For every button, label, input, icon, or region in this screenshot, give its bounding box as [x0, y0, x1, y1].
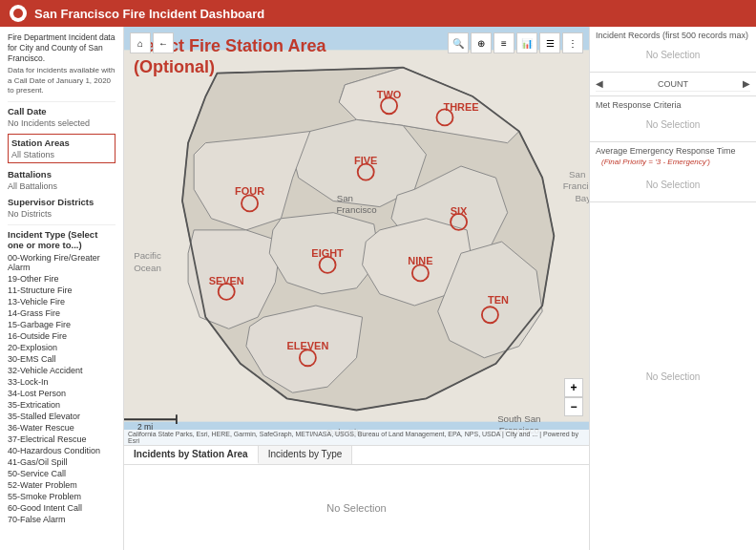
- incident-type-item[interactable]: 30-EMS Call: [8, 353, 116, 365]
- incident-type-item[interactable]: 00-Working Fire/Greater Alarm: [8, 252, 116, 273]
- incident-type-item[interactable]: 36-Water Rescue: [8, 422, 116, 434]
- avg-response-subtitle: (Final Priority = '3 - Emergency'): [596, 158, 750, 168]
- bottom-tabs: Incidents by Station Area Incidents by T…: [124, 446, 589, 465]
- incident-type-item[interactable]: 50-Service Call: [8, 468, 116, 479]
- map-chart-btn[interactable]: 📊: [516, 32, 537, 53]
- sidebar-info-sub: Data for incidents available with a Call…: [8, 66, 116, 95]
- incident-type-item[interactable]: 13-Vehicle Fire: [8, 296, 116, 307]
- svg-text:TWO: TWO: [377, 89, 402, 100]
- tab-incidents-type[interactable]: Incidents by Type: [259, 446, 353, 464]
- station-areas-section[interactable]: Station Areas All Stations: [8, 134, 116, 163]
- battalions-section: Battalions All Battalions: [8, 169, 116, 191]
- incident-type-item[interactable]: 60-Good Intent Call: [8, 502, 116, 514]
- incident-type-item[interactable]: 70-False Alarm: [8, 514, 116, 525]
- supervisor-districts-value: No Districts: [8, 209, 116, 219]
- logo-inner: [13, 9, 23, 18]
- incident-type-item[interactable]: 20-Explosion: [8, 342, 116, 353]
- divider1: [8, 101, 116, 102]
- map-legend-btn[interactable]: ☰: [539, 32, 560, 53]
- right-bottom-section: No Selection: [590, 202, 756, 550]
- supervisor-districts-section: Supervisor Districts No Districts: [8, 197, 116, 219]
- incident-types-list: 00-Working Fire/Greater Alarm19-Other Fi…: [8, 252, 116, 525]
- incident-type-label: Incident Type (Select one or more to...): [8, 229, 116, 250]
- app-logo: [10, 5, 27, 22]
- incident-type-item[interactable]: 11-Structure Fire: [8, 285, 116, 296]
- met-response-section: Met Response Criteria No Selection: [590, 96, 756, 142]
- sidebar: Fire Department Incident data for City a…: [0, 27, 124, 550]
- call-date-label: Call Date: [8, 106, 116, 116]
- incident-type-item[interactable]: 41-Gas/Oil Spill: [8, 456, 116, 468]
- met-response-title: Met Response Criteria: [596, 100, 750, 110]
- incident-type-section: Incident Type (Select one or more to...)…: [8, 229, 116, 525]
- incident-type-item[interactable]: 16-Outside Fire: [8, 330, 116, 342]
- svg-text:San: San: [337, 193, 353, 203]
- svg-text:Ocean: Ocean: [134, 263, 161, 273]
- incident-type-item[interactable]: 35-Stalled Elevator: [8, 411, 116, 422]
- incident-type-item[interactable]: 52-Water Problem: [8, 479, 116, 491]
- incident-type-item[interactable]: 37-Electrical Rescue: [8, 434, 116, 445]
- map-back-btn[interactable]: ←: [153, 32, 174, 53]
- avg-response-no-selection: No Selection: [596, 172, 750, 198]
- incident-type-item[interactable]: 19-Other Fire: [8, 273, 116, 285]
- incident-type-item[interactable]: 15-Garbage Fire: [8, 319, 116, 330]
- map-svg: TWO THREE FOUR FIVE SIX SEVEN EIGHT NINE…: [124, 27, 589, 445]
- records-title: Incident Records (first 500 records max): [596, 31, 750, 40]
- app-header: San Francisco Fire Incident Dashboard: [0, 0, 756, 27]
- map-attribution: California State Parks, Esri, HERE, Garm…: [124, 430, 589, 445]
- svg-text:TEN: TEN: [488, 294, 509, 306]
- battalions-value: All Battalions: [8, 181, 116, 191]
- map-menu-btn[interactable]: ⋮: [562, 32, 583, 53]
- map-toolbar-top: ⌂ ←: [130, 32, 174, 53]
- map-zoom-in[interactable]: +: [564, 378, 583, 397]
- sidebar-info-text: Fire Department Incident data for City a…: [8, 32, 116, 64]
- map-toolbar-right: 🔍 ⊕ ≡ 📊 ☰ ⋮: [448, 32, 583, 53]
- map-reset-btn[interactable]: ⊕: [471, 32, 492, 53]
- station-areas-label: Station Areas: [11, 138, 112, 148]
- battalions-label: Battalions: [8, 169, 116, 180]
- main-layout: Fire Department Incident data for City a…: [0, 27, 756, 550]
- svg-text:San: San: [569, 169, 585, 180]
- call-date-value: No Incidents selected: [8, 118, 116, 128]
- avg-response-title: Average Emergency Response Time: [596, 146, 750, 156]
- incident-type-item[interactable]: 35-Extrication: [8, 399, 116, 411]
- sidebar-info: Fire Department Incident data for City a…: [8, 32, 116, 95]
- count-label: COUNT: [658, 79, 688, 89]
- svg-text:Bay: Bay: [575, 193, 589, 203]
- records-no-selection: No Selection: [596, 42, 750, 68]
- count-next-arrow[interactable]: ▶: [743, 78, 750, 89]
- svg-text:South San: South San: [497, 413, 540, 424]
- incident-type-item[interactable]: 14-Grass Fire: [8, 307, 116, 319]
- supervisor-districts-label: Supervisor Districts: [8, 197, 116, 207]
- incident-type-item[interactable]: 55-Smoke Problem: [8, 491, 116, 502]
- records-section: Incident Records (first 500 records max)…: [590, 27, 756, 73]
- count-section: ◀ COUNT ▶: [590, 73, 756, 96]
- map-home-btn[interactable]: ⌂: [130, 32, 151, 53]
- svg-text:SEVEN: SEVEN: [209, 275, 244, 286]
- incident-type-item[interactable]: 40-Hazardous Condition: [8, 445, 116, 456]
- call-date-section: Call Date No Incidents selected: [8, 106, 116, 128]
- tab-incidents-station[interactable]: Incidents by Station Area: [124, 446, 259, 464]
- map-table-btn[interactable]: ≡: [494, 32, 514, 53]
- right-bottom-no-selection: No Selection: [646, 371, 701, 382]
- svg-text:Pacific: Pacific: [134, 250, 161, 261]
- incident-type-item[interactable]: 33-Lock-In: [8, 376, 116, 388]
- right-panel: Incident Records (first 500 records max)…: [589, 27, 756, 550]
- app-title: San Francisco Fire Incident Dashboard: [34, 7, 264, 21]
- station-areas-value: All Stations: [11, 150, 112, 159]
- count-prev-arrow[interactable]: ◀: [596, 78, 603, 89]
- svg-text:Francisco: Francisco: [336, 204, 376, 215]
- svg-text:Francisco: Francisco: [563, 180, 589, 191]
- divider2: [8, 224, 116, 225]
- incident-type-item[interactable]: 32-Vehicle Accident: [8, 365, 116, 376]
- count-bar: ◀ COUNT ▶: [596, 76, 750, 92]
- map-container[interactable]: TWO THREE FOUR FIVE SIX SEVEN EIGHT NINE…: [124, 27, 589, 445]
- met-response-no-selection: No Selection: [596, 112, 750, 138]
- bottom-no-selection: No Selection: [326, 502, 386, 514]
- center-area: TWO THREE FOUR FIVE SIX SEVEN EIGHT NINE…: [124, 27, 589, 550]
- bottom-area: Incidents by Station Area Incidents by T…: [124, 445, 589, 550]
- map-zoom-controls: + −: [564, 378, 583, 416]
- map-search-btn[interactable]: 🔍: [448, 32, 469, 53]
- map-zoom-out[interactable]: −: [564, 397, 583, 416]
- incident-type-item[interactable]: 34-Lost Person: [8, 388, 116, 399]
- avg-response-section: Average Emergency Response Time (Final P…: [590, 142, 756, 202]
